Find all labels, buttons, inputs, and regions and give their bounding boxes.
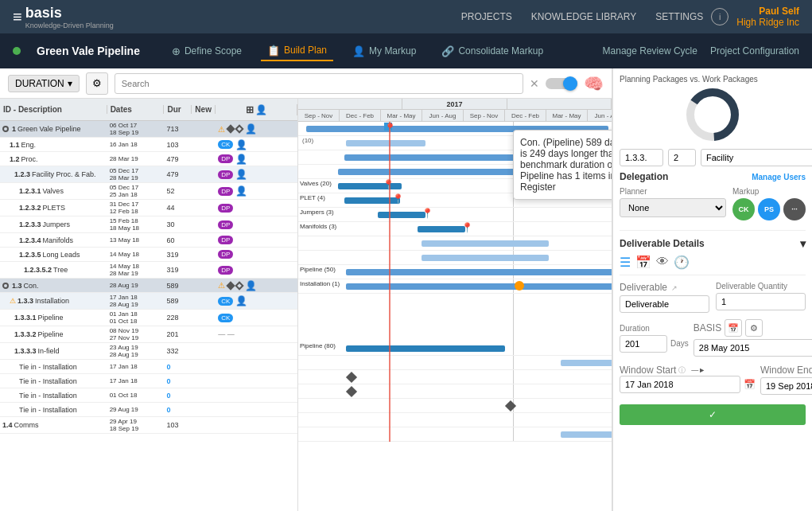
- duration-input[interactable]: [620, 335, 667, 353]
- task-id-cell: 1.3.3.1 Pipeline: [0, 313, 107, 322]
- tab-define-scope[interactable]: ⊕ Define Scope: [165, 42, 248, 60]
- manage-review-cycle[interactable]: Manage Review Cycle: [603, 45, 697, 57]
- project-actions: Manage Review Cycle Project Configuratio…: [603, 45, 799, 57]
- table-icon[interactable]: ☰: [620, 255, 631, 270]
- task-row[interactable]: 1.1 Eng. 16 Jan 18 103 CK 👤: [0, 138, 297, 152]
- task-id-cell: Tie in - Installation: [0, 362, 107, 372]
- basis-field: BASIS 📅 ⚙ document.querySelector('[data-…: [694, 319, 812, 357]
- search-input[interactable]: [115, 73, 523, 94]
- col-header-dates: Dates: [107, 105, 165, 114]
- task-dur: 589: [164, 296, 192, 306]
- clock-icon[interactable]: 🕐: [674, 255, 690, 270]
- tab-my-markup[interactable]: 👤 My Markup: [346, 42, 422, 60]
- nav-knowledge[interactable]: KNOWLEDGE LIBRARY: [531, 11, 636, 22]
- right-panel: Planning Packages vs. Work Packages ✓ De…: [612, 68, 812, 511]
- nav-projects[interactable]: PROJECTS: [461, 11, 512, 22]
- task-name: Pipeline: [38, 314, 64, 322]
- duration-button[interactable]: DURATION ▾: [8, 75, 80, 92]
- task-row[interactable]: 1.2 Proc. 28 Mar 19 479 DP 👤: [0, 152, 297, 166]
- id-field[interactable]: [620, 149, 663, 166]
- basis-calendar-icon[interactable]: 📅: [725, 319, 742, 337]
- task-name: Facility Proc. & Fab.: [32, 170, 96, 178]
- task-bar: [378, 212, 425, 218]
- task-dur: 479: [164, 170, 192, 179]
- facility-field[interactable]: [701, 149, 812, 166]
- task-row[interactable]: 1.2.3 Facility Proc. & Fab. 05 Dec 1728 …: [0, 166, 297, 183]
- task-row[interactable]: 1.2.3.4 Manifolds 13 May 18 60 DP: [0, 233, 297, 248]
- avatar-ps[interactable]: PS: [758, 198, 780, 220]
- filter-button[interactable]: ⚙: [86, 72, 108, 95]
- task-row[interactable]: 1.2.3.2 PLETS 31 Dec 1712 Feb 18 44 DP: [0, 200, 297, 216]
- tab-build-plan[interactable]: 📋 Build Plan: [261, 41, 333, 61]
- task-bar: [422, 255, 549, 261]
- basis-gear-icon[interactable]: ⚙: [745, 319, 763, 337]
- gantt-row: Pipeline (80): [298, 341, 612, 356]
- eye-icon[interactable]: 👁: [656, 255, 669, 270]
- task-row[interactable]: Tie in - Installation 17 Jan 18 0: [0, 374, 297, 388]
- window-start-calendar-icon[interactable]: 📅: [744, 379, 756, 390]
- window-start-arrow: —►: [691, 366, 705, 374]
- task-row[interactable]: 1.3.3.1 Pipeline 01 Jan 1801 Oct 18 228 …: [0, 310, 297, 326]
- task-name: Tie in - Installation: [19, 392, 77, 400]
- deliverable-section: Deliverable Details ▾ ☰ 📅 👁 🕐 Deliverabl…: [620, 230, 806, 425]
- task-row[interactable]: 1.3 Con. 28 Aug 19 589 ⚠ 👤: [0, 279, 297, 293]
- tab-consolidate-markup[interactable]: 🔗 Consolidate Markup: [435, 42, 550, 60]
- gantt-row: [298, 356, 612, 370]
- task-icons: [216, 380, 297, 382]
- task-row[interactable]: ⚠ 1.3.3 Installation 17 Jan 1828 Aug 19 …: [0, 293, 297, 310]
- task-new: [192, 240, 216, 241]
- warning-icon: ⚠: [218, 281, 225, 290]
- window-start-input[interactable]: [620, 376, 740, 393]
- user-name: Paul Self: [759, 6, 799, 17]
- deliverable-help-icon[interactable]: ↗: [671, 284, 678, 292]
- calendar-icon[interactable]: 📅: [635, 255, 651, 270]
- task-bar: [561, 431, 612, 438]
- task-row[interactable]: 1.2.3.5.2 Tree 14 May 1828 Mar 19 319 DP: [0, 262, 297, 279]
- brain-icon[interactable]: 🧠: [584, 74, 604, 93]
- task-row[interactable]: 1.2.3.1 Valves 05 Dec 1725 Jan 18 52 DP …: [0, 183, 297, 200]
- number-field[interactable]: [668, 149, 696, 166]
- badge-dp: DP: [218, 266, 233, 275]
- logo-sub: Knowledge-Driven Planning: [25, 21, 114, 29]
- project-configuration[interactable]: Project Configuration: [710, 45, 799, 57]
- avatar-ck[interactable]: CK: [732, 198, 755, 220]
- task-dur: 479: [164, 154, 192, 164]
- task-row[interactable]: Tie in - Installation 01 Oct 18 0: [0, 388, 297, 403]
- toggle-slider[interactable]: [546, 78, 577, 89]
- task-new: [192, 190, 216, 192]
- window-end-input[interactable]: [760, 377, 812, 395]
- basis-input[interactable]: [694, 339, 812, 357]
- deliverable-input[interactable]: [620, 295, 709, 313]
- task-name: Manifolds: [43, 236, 74, 244]
- task-id-cell: 1.1 Eng.: [0, 140, 107, 150]
- task-row[interactable]: 1 Green Vale Pipeline 06 Oct 1718 Sep 19…: [0, 121, 297, 138]
- milestone-outline-icon: [235, 124, 244, 133]
- task-dates: 17 Jan 18: [107, 362, 165, 371]
- task-new: [192, 409, 216, 411]
- task-id: 1.4: [2, 421, 13, 429]
- task-row[interactable]: Tie in - Installation 29 Aug 19 0: [0, 403, 297, 417]
- task-row[interactable]: Tie in - Installation 17 Jan 18 0: [0, 360, 297, 374]
- task-row[interactable]: 1.2.3.3 Jumpers 15 Feb 1818 May 18 30 DP: [0, 216, 297, 233]
- save-button[interactable]: ✓: [620, 404, 806, 425]
- gantt-row: [298, 399, 612, 413]
- task-row[interactable]: 1.3.3.2 Pipeline 08 Nov 1927 Nov 19 201 …: [0, 326, 297, 343]
- task-id-cell: 1.2.3.2 PLETS: [0, 203, 107, 213]
- planner-select[interactable]: None: [620, 198, 726, 217]
- manage-users-link[interactable]: Manage Users: [752, 173, 806, 181]
- task-row[interactable]: 1.4 Comms 29 Apr 1918 Sep 19 103: [0, 417, 297, 434]
- user-company: High Ridge Inc: [736, 17, 799, 28]
- person-icon: 👤: [235, 185, 247, 197]
- task-new: [192, 254, 216, 256]
- task-id: 1.2.3: [14, 170, 30, 178]
- quantity-input[interactable]: [716, 293, 806, 310]
- deliverable-chevron[interactable]: ▾: [800, 237, 806, 250]
- info-icon[interactable]: i: [711, 8, 728, 25]
- task-bar: [422, 240, 549, 247]
- nav-settings[interactable]: SETTINGS: [655, 11, 703, 22]
- task-row[interactable]: 1.3.3.3 In-field 23 Aug 1928 Aug 19 332: [0, 343, 297, 360]
- avatar-more[interactable]: ···: [783, 198, 806, 220]
- task-row[interactable]: 1.2.3.5 Long Leads 14 May 18 319 DP: [0, 248, 297, 262]
- task-dates: 29 Aug 19: [107, 405, 165, 414]
- search-clear-icon[interactable]: ✕: [530, 77, 539, 90]
